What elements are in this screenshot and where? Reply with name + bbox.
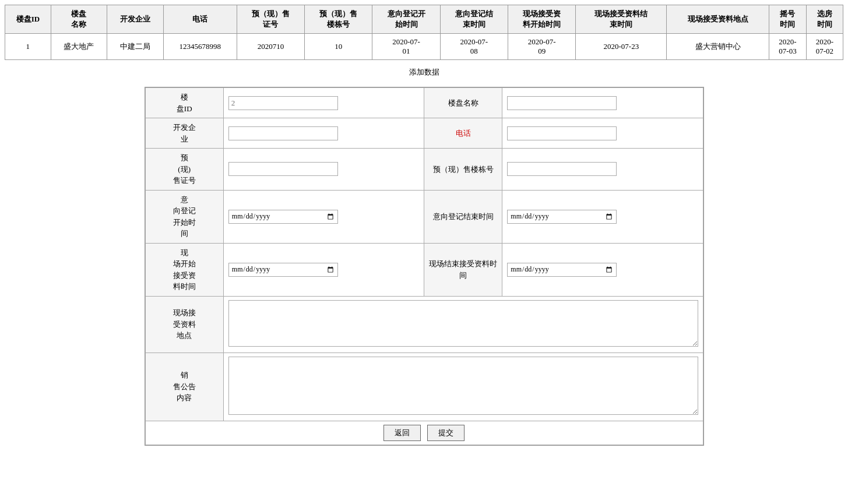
label-xiao-shou: 销售公告内容 [145, 353, 223, 421]
add-data-link[interactable]: 添加数据 [409, 68, 439, 76]
label-yi-xiang-start: 意向登记开始时间 [145, 190, 223, 243]
col-header-onsite-start: 现场接受资料开始时间 [508, 5, 575, 34]
xian-chang-start-input[interactable] [228, 263, 338, 277]
cell-cert: 2020710 [237, 34, 304, 60]
input-cell-yu-xian [223, 149, 424, 191]
label-xian-chang-end: 现场结束接受资料时间 [424, 243, 502, 296]
cell-onsite-end: 2020-07-23 [576, 34, 667, 60]
label-lou-pan-name: 楼盘名称 [424, 88, 502, 118]
kai-fa-input[interactable] [228, 126, 338, 140]
yi-xiang-start-input[interactable] [228, 210, 338, 224]
col-header-id: 楼盘ID [5, 5, 51, 34]
label-yu-xian: 预(现)售证号 [145, 149, 223, 191]
col-header-name: 楼盘名称 [51, 5, 107, 34]
input-cell-yi-xiang-start [223, 190, 424, 243]
yu-xian-input[interactable] [228, 162, 338, 176]
input-cell-location [223, 296, 703, 353]
cell-reg-end: 2020-07-08 [440, 34, 508, 60]
input-cell-dian-hua [502, 118, 703, 149]
label-lou-pan-id: 楼盘ID [145, 88, 223, 118]
input-cell-yu-xian-lou [502, 149, 703, 191]
label-dian-hua: 电话 [424, 118, 502, 149]
input-cell-xian-chang-start [223, 243, 424, 296]
col-header-reg-start: 意向登记开始时间 [372, 5, 440, 34]
yu-xian-lou-input[interactable] [507, 162, 617, 176]
cell-reg-start: 2020-07-01 [372, 34, 440, 60]
col-header-location: 现场接受资料地点 [667, 5, 769, 34]
input-cell-yi-xiang-end [502, 190, 703, 243]
button-row: 返回 提交 [145, 421, 703, 445]
col-header-building: 预（现）售楼栋号 [305, 5, 372, 34]
cell-id: 1 [5, 34, 51, 60]
lou-pan-name-input[interactable] [507, 96, 617, 110]
col-header-onsite-end: 现场接受资料结束时间 [576, 5, 667, 34]
xian-chang-end-input[interactable] [507, 263, 617, 277]
main-data-table: 楼盘ID 楼盘名称 开发企业 电话 预（现）售证号 预（现）售楼栋号 意向登记开… [5, 5, 843, 60]
dian-hua-input[interactable] [507, 126, 617, 140]
col-header-select: 选房时间 [806, 5, 843, 34]
input-cell-lou-pan-id [223, 88, 424, 118]
announcement-textarea[interactable] [228, 357, 698, 415]
cell-lottery: 2020-07-03 [769, 34, 806, 60]
input-cell-lou-pan-name [502, 88, 703, 118]
yi-xiang-end-input[interactable] [507, 210, 617, 224]
col-header-reg-end: 意向登记结束时间 [440, 5, 508, 34]
cell-select-room: 2020-07-02 [806, 34, 843, 60]
cell-onsite-start: 2020-07-09 [508, 34, 575, 60]
cell-tel: 12345678998 [163, 34, 237, 60]
input-cell-announcement [223, 353, 703, 421]
label-xian-chang-di: 现场接受资料地点 [145, 296, 223, 353]
cell-dev: 中建二局 [107, 34, 163, 60]
label-yu-xian-lou: 预（现）售楼栋号 [424, 149, 502, 191]
cell-location: 盛大营销中心 [667, 34, 769, 60]
location-textarea[interactable] [228, 300, 698, 347]
cell-name: 盛大地产 [51, 34, 107, 60]
label-xian-chang-start: 现场开始接受资料时间 [145, 243, 223, 296]
label-kai-fa: 开发企业 [145, 118, 223, 149]
submit-button[interactable]: 提交 [427, 425, 465, 441]
cell-building: 10 [305, 34, 372, 60]
add-data-form: 楼盘ID 楼盘名称 开发企业 电话 预(现)售证号 [145, 87, 704, 446]
table-row: 1 盛大地产 中建二局 12345678998 2020710 10 2020-… [5, 34, 843, 60]
col-header-cert: 预（现）售证号 [237, 5, 304, 34]
back-button[interactable]: 返回 [383, 425, 421, 441]
col-header-lottery: 摇号时间 [769, 5, 806, 34]
label-yi-xiang-end: 意向登记结束时间 [424, 190, 502, 243]
col-header-tel: 电话 [163, 5, 237, 34]
input-cell-xian-chang-end [502, 243, 703, 296]
col-header-dev: 开发企业 [107, 5, 163, 34]
input-cell-kai-fa [223, 118, 424, 149]
lou-pan-id-input[interactable] [228, 96, 338, 110]
